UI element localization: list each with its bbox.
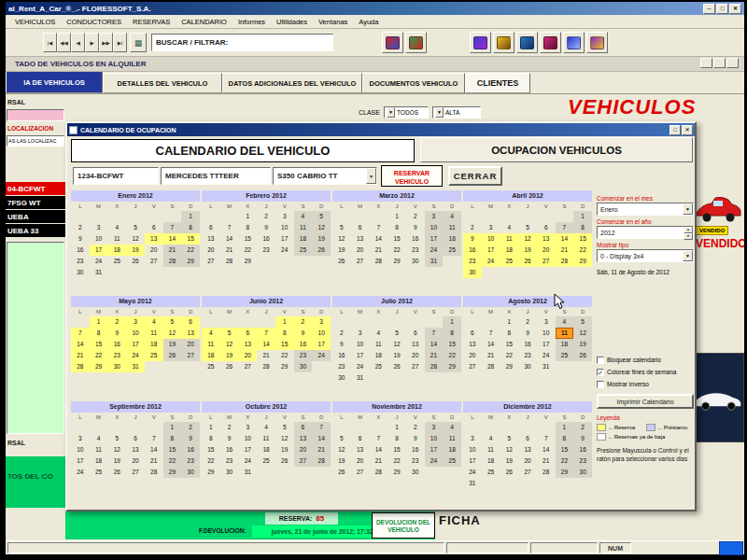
calendar-day[interactable]: 16 [463,245,482,256]
calendar-day[interactable]: 18 [369,350,388,361]
calendar-day[interactable]: 14 [257,339,275,350]
calendar-day[interactable]: 7 [482,328,500,339]
calendar-day[interactable]: 28 [425,361,444,372]
calendar-day[interactable]: 27 [145,256,163,267]
calendar-day[interactable]: 29 [238,256,257,267]
calendar-day[interactable]: 25 [482,467,500,478]
menu-item-ventanas[interactable]: Ventanas [313,18,353,26]
calendar-day[interactable]: 7 [71,328,90,339]
menu-item-conductores[interactable]: CONDUCTORES [61,18,127,26]
calendar-day[interactable]: 1 [573,211,592,222]
calendar-day[interactable]: 30 [332,372,351,384]
calendar-day[interactable]: 24 [71,467,90,478]
calendar-day[interactable]: 5 [126,222,145,233]
calendar-day[interactable]: 20 [406,350,425,361]
calendar-day[interactable]: 10 [463,444,482,455]
calendar-day[interactable]: 25 [90,467,108,478]
calendar-day[interactable]: 8 [573,222,592,233]
calendar-day[interactable]: 20 [238,350,257,361]
calendar-day[interactable]: 30 [107,361,126,372]
calendar-day[interactable]: 9 [71,233,90,245]
calendar-day[interactable]: 18 [145,339,163,350]
calendar-day[interactable]: 7 [537,433,556,444]
calendar-day[interactable]: 8 [275,328,294,339]
calendar-day[interactable]: 26 [573,350,592,361]
dialog-maximize-icon[interactable]: □ [669,125,681,135]
computer-icon[interactable] [516,32,538,53]
calendar-day[interactable]: 11 [294,222,313,233]
calendar-day[interactable]: 18 [443,233,461,245]
calendar-day[interactable]: 12 [220,339,239,350]
calendar-day[interactable]: 19 [163,339,182,350]
calendar-day[interactable]: 11 [145,328,163,339]
calendar-day[interactable]: 25 [369,361,388,372]
calendar-day[interactable]: 16 [406,444,425,455]
calendar-day[interactable]: 4 [294,211,313,222]
calendar-day[interactable]: 25 [556,350,574,361]
start-year-spinner[interactable]: 2012 ▲ ▼ [597,226,694,239]
calendar-day[interactable]: 24 [482,256,500,267]
calendar-day[interactable]: 17 [463,455,482,467]
checkbox-box[interactable] [597,357,604,364]
calendar-day[interactable]: 12 [332,233,351,245]
calendar-day[interactable]: 1 [388,211,406,222]
calendar-day[interactable]: 16 [406,233,425,245]
calendar-day[interactable]: 4 [369,328,388,339]
calendar-day[interactable]: 15 [500,339,518,350]
calendar-day[interactable]: 27 [202,256,220,267]
calendar-day[interactable]: 24 [275,245,294,256]
calendar-day[interactable]: 29 [573,256,592,267]
calendar-day[interactable]: 6 [463,328,482,339]
calendar-day[interactable]: 12 [126,233,145,245]
calendar-day[interactable]: 1 [90,316,108,328]
calendar-day[interactable]: 10 [425,222,444,233]
calendar-day[interactable]: 8 [500,328,518,339]
calendar-day[interactable]: 14 [312,433,331,444]
dialog-close-icon[interactable]: ✕ [682,125,693,135]
calendar-day[interactable]: 12 [500,444,518,455]
menu-item-ayuda[interactable]: Ayuda [353,18,384,26]
calendar-day[interactable]: 3 [425,211,444,222]
calendar-day[interactable]: 16 [257,233,275,245]
calendar-day[interactable]: 11 [443,222,461,233]
calendar-day[interactable]: 1 [500,316,518,328]
calendar-day[interactable]: 27 [518,467,537,478]
calendar-day[interactable]: 11 [107,233,126,245]
nav-button[interactable]: ▶| [113,33,127,52]
calendar-day[interactable]: 2 [71,222,90,233]
calendar-day[interactable]: 7 [145,433,163,444]
chevron-down-icon[interactable]: ▼ [387,107,395,118]
calendar-day[interactable]: 5 [500,433,518,444]
calendar-day[interactable]: 19 [312,233,331,245]
calendar-day[interactable]: 17 [351,350,370,361]
calendar-day[interactable]: 24 [537,350,556,361]
calendar-day[interactable]: 9 [573,433,592,444]
calendar-day[interactable]: 5 [388,328,406,339]
maximize-icon[interactable]: □ [716,4,728,14]
calendar-day[interactable]: 16 [573,444,592,455]
calendar-day[interactable]: 26 [107,467,126,478]
calendar-day[interactable]: 2 [406,422,425,433]
calendar-day[interactable]: 26 [332,256,351,267]
calendar-day[interactable]: 24 [425,455,444,467]
calendar-day[interactable]: 23 [181,455,200,467]
calendar-day[interactable]: 12 [312,222,331,233]
calendar-day[interactable]: 22 [556,455,574,467]
calendar-day[interactable]: 4 [145,316,163,328]
calendar-day[interactable]: 23 [463,256,482,267]
calendar-day[interactable]: 2 [518,316,537,328]
calendar-day[interactable]: 6 [406,328,425,339]
calendar-day[interactable]: 9 [463,233,482,245]
calendar-day[interactable]: 7 [369,222,388,233]
calendar-day[interactable]: 8 [202,433,220,444]
calendar-day[interactable]: 4 [500,222,518,233]
calendar-day[interactable]: 20 [202,245,220,256]
calendar-day[interactable]: 1 [163,422,182,433]
calendar-day[interactable]: 15 [181,233,200,245]
calendar-day[interactable]: 14 [71,339,90,350]
calendar-day[interactable]: 13 [181,328,200,339]
calendar-day[interactable]: 12 [573,328,592,339]
calendar-day[interactable]: 20 [145,245,163,256]
calendar-day[interactable]: 2 [463,222,482,233]
calendar-day[interactable]: 24 [238,455,257,467]
